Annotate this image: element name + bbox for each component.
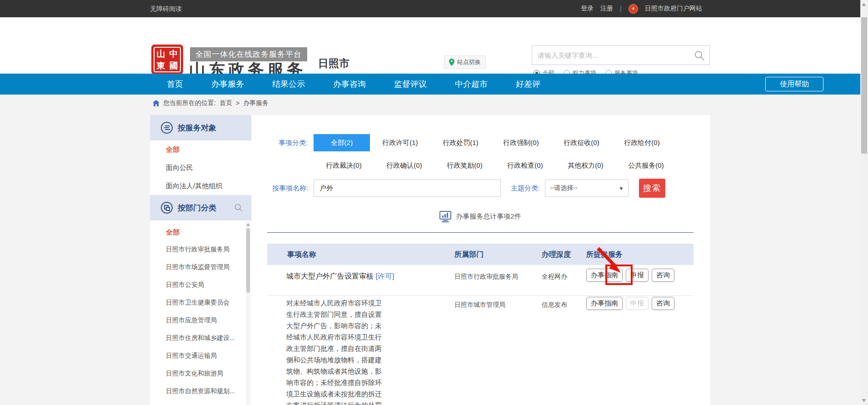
- sidebar-header-department: 按部门分类: [150, 195, 251, 220]
- nav-item-results[interactable]: 结果公示: [272, 74, 305, 95]
- row-divider: [267, 295, 693, 296]
- topic-category-label: 主题分类:: [511, 179, 540, 197]
- tab-admin-ruling[interactable]: 行政裁决(0): [314, 157, 374, 174]
- nav-item-supervision[interactable]: 监督评议: [394, 74, 427, 95]
- sidebar-dept-item[interactable]: 日照市市场监督管理局: [150, 258, 244, 276]
- shandong-seal-logo: 山 中 東 國: [151, 45, 183, 75]
- tab-admin-confirmation[interactable]: 行政确认(0): [374, 157, 434, 174]
- consult-button[interactable]: 咨询: [652, 297, 674, 310]
- nav-item-home[interactable]: 首页: [167, 74, 183, 95]
- col-services: 所提供服务: [586, 244, 623, 265]
- breadcrumb-home[interactable]: 首页: [219, 99, 232, 107]
- item-name-label: 按事项名称:: [272, 179, 308, 197]
- table-cell-department: 日照市行政审批服务局: [454, 273, 518, 281]
- table-row-services: 办事指南 申报 咨询: [586, 297, 674, 310]
- sidebar-dept-item[interactable]: 日照市自然资源和规划...: [150, 382, 244, 400]
- sidebar-dept-item[interactable]: 日照市卫生健康委员会: [150, 294, 244, 311]
- tab-admin-payment[interactable]: 行政给付(0): [612, 134, 672, 151]
- tab-admin-coercion[interactable]: 行政强制(0): [491, 134, 551, 151]
- table-row-item-name[interactable]: 城市大型户外广告设置审核 [许可]: [286, 269, 395, 283]
- scrollbar-thumb[interactable]: [861, 17, 867, 154]
- section-divider: [267, 232, 693, 233]
- topic-select[interactable]: --请选择-- ▼: [545, 180, 629, 197]
- search-button[interactable]: 搜索: [639, 179, 665, 198]
- tab-admin-inspection[interactable]: 行政检查(0): [495, 157, 555, 174]
- sidebar-dept-item[interactable]: 日照市公安局: [150, 276, 244, 294]
- stats-row: 办事服务总计事项2件: [267, 209, 693, 224]
- topbar-divider: |: [620, 5, 622, 12]
- nav-item-services[interactable]: 办事服务: [211, 74, 244, 95]
- main-navbar: 首页 办事服务 结果公示 办事咨询 监督评议 中介超市 好差评 使用帮助: [0, 74, 860, 95]
- category-icon: [161, 202, 173, 214]
- sidebar-dept-all[interactable]: 全部: [150, 223, 244, 241]
- category-tabs-row2: 行政裁决(0) 行政确认(0) 行政奖励(0) 行政检查(0) 其他权力(0) …: [314, 157, 676, 174]
- search-icon[interactable]: [694, 50, 705, 61]
- sidebar-dept-item[interactable]: 日照市应急管理局: [150, 311, 244, 329]
- tab-public-service[interactable]: 公共服务(0): [616, 157, 676, 174]
- scroll-up-icon[interactable]: [862, 3, 866, 6]
- apply-button[interactable]: 申报: [626, 269, 649, 282]
- scroll-down-icon[interactable]: [862, 399, 866, 402]
- city-name: 日照市: [318, 56, 349, 70]
- tab-admin-penalty[interactable]: 行政处罚(1): [430, 134, 491, 151]
- stats-text: 办事服务总计事项2件: [456, 212, 521, 221]
- guide-button[interactable]: 办事指南: [586, 297, 623, 310]
- table-cell-depth: 信息发布: [542, 301, 567, 309]
- help-button[interactable]: 使用帮助: [765, 77, 823, 91]
- sidebar-dept-item[interactable]: 日照市交通运输局: [150, 347, 244, 365]
- header-search-box: [532, 45, 710, 65]
- accessibility-link[interactable]: 无障碍阅读: [150, 0, 182, 17]
- tab-all[interactable]: 全部(2): [314, 134, 370, 151]
- seal-char: 國: [167, 60, 180, 71]
- tab-admin-collection[interactable]: 行政征收(0): [551, 134, 612, 151]
- register-link[interactable]: 注册: [600, 5, 613, 13]
- portal-site-link[interactable]: 日照市政府门户网站: [645, 5, 702, 13]
- category-tabs-row1: 全部(2) 行政许可(1) 行政处罚(1) 行政强制(0) 行政征收(0) 行政…: [314, 134, 672, 151]
- department-search-icon[interactable]: [234, 203, 243, 212]
- table-row-services: 办事指南 申报 咨询: [586, 269, 674, 282]
- consult-button[interactable]: 咨询: [652, 269, 674, 282]
- sidebar-item-citizens[interactable]: 面向公民: [150, 159, 245, 177]
- site-switch-label: 站点切换: [457, 58, 481, 66]
- nav-items: 首页 办事服务 结果公示 办事咨询 监督评议 中介超市 好差评: [167, 74, 540, 95]
- item-name-text[interactable]: 城市大型户外广告设置审核: [286, 272, 374, 280]
- sidebar-dept-item[interactable]: 日照市行政审批服务局: [150, 240, 244, 258]
- sidebar-header-label: 按部门分类: [178, 203, 216, 213]
- breadcrumb: 您当前所在的位置: 首页 > 办事服务: [153, 99, 269, 107]
- col-depth: 办理深度: [542, 244, 571, 265]
- seal-char: 山: [155, 48, 167, 60]
- site-header: 山 中 東 國 全国一体化在线政务服务平台 山东政务服务 日照市 站点切换 全部…: [0, 17, 860, 74]
- breadcrumb-sep: >: [236, 100, 239, 107]
- scroll-up-icon[interactable]: [246, 223, 250, 226]
- table-row-item-name[interactable]: 对未经城市人民政府市容环境卫生行政主管部门同意，擅自设置大型户外广告，影响市容的…: [286, 297, 383, 405]
- topbar-right-group: 登录 注册 | ★ 日照市政府门户网站: [581, 0, 702, 17]
- sidebar-dept-item[interactable]: 日照市住房和城乡建设...: [150, 329, 244, 347]
- site-switch-button[interactable]: 站点切换: [444, 55, 486, 69]
- breadcrumb-current[interactable]: 办事服务: [243, 99, 269, 107]
- scrollbar-thumb[interactable]: [246, 228, 250, 293]
- home-icon: [153, 100, 160, 106]
- topbar: 无障碍阅读 登录 注册 | ★ 日照市政府门户网站: [0, 0, 860, 17]
- login-link[interactable]: 登录: [581, 5, 594, 13]
- header-search-input[interactable]: [532, 46, 694, 65]
- item-name-input[interactable]: [314, 180, 501, 197]
- tab-other-power[interactable]: 其他权力(0): [555, 157, 616, 174]
- location-pin-icon: [449, 59, 454, 66]
- nav-item-consult[interactable]: 办事咨询: [333, 74, 366, 95]
- nav-item-rating[interactable]: 好差评: [516, 74, 540, 95]
- sidebar-item-legal-persons[interactable]: 面向法人/其他组织: [150, 177, 245, 195]
- sidebar-scrollbar[interactable]: [246, 221, 250, 405]
- browser-scrollbar[interactable]: [860, 0, 868, 405]
- sidebar-dept-item[interactable]: 日照市文化和旅游局: [150, 365, 244, 382]
- item-license-tag[interactable]: [许可]: [375, 272, 394, 280]
- sidebar-item-service-all[interactable]: 全部: [150, 140, 245, 159]
- guide-button[interactable]: 办事指南: [586, 269, 623, 282]
- col-item-name: 事项名称: [287, 244, 316, 265]
- tab-admin-reward[interactable]: 行政奖励(0): [434, 157, 495, 174]
- nav-item-intermediary[interactable]: 中介超市: [455, 74, 488, 95]
- seal-char: 中: [167, 48, 180, 60]
- list-icon: [161, 122, 173, 134]
- chevron-down-icon: ▼: [619, 186, 624, 191]
- category-filter-label: 事项分类:: [279, 134, 308, 151]
- tab-admin-license[interactable]: 行政许可(1): [370, 134, 430, 151]
